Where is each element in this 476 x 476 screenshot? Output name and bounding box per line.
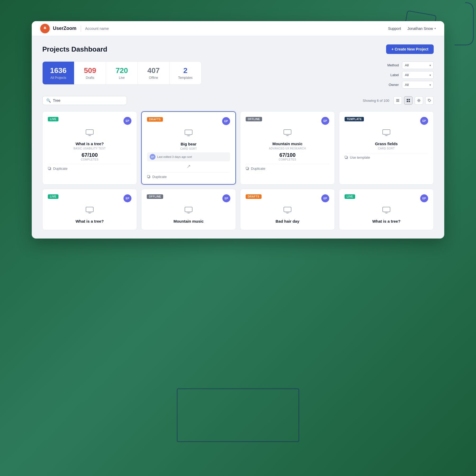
svg-rect-9 [409,99,410,100]
project-card-4[interactable]: LIVE EP What is a tree? [42,189,137,230]
stat-drafts-label: Drafts [82,76,98,80]
svg-rect-5 [396,99,399,100]
card-6-title: Bad hair day [246,219,329,223]
card-0-status-badge: LIVE [48,117,58,121]
project-card-2[interactable]: OFFLINE EP Mountain music ADVANCED UX RE… [240,111,335,185]
header-row: Projects Dashboard + Create New Project [42,44,434,54]
stat-offline-number: 407 [145,66,162,75]
card-0-subtitle: BASIC USABILITY TEST [48,147,131,150]
svg-point-4 [45,27,46,28]
svg-rect-43 [383,207,390,212]
svg-rect-23 [147,175,149,177]
settings-view-button[interactable] [415,96,423,105]
owner-filter-label: Owner [386,83,399,87]
card-0-completes: COMPLETES [48,158,131,161]
logo-text: UserZoom [53,26,76,31]
settings-icon [417,99,421,102]
card-1-top: DRAFTS EP [147,117,230,125]
card-7-icon [345,207,428,216]
card-5-avatar: EP [222,194,230,202]
label-filter-label: Label [386,73,399,77]
svg-rect-45 [384,212,388,213]
label-filter-select[interactable]: All [402,71,434,79]
stat-offline[interactable]: 407 Offline [138,62,170,84]
card-2-duplicate-button[interactable]: Duplicate [246,167,329,171]
stat-drafts[interactable]: 509 Drafts [74,62,106,84]
owner-filter-select[interactable]: All [402,81,434,89]
method-filter-row: Method All [386,61,434,69]
project-card-1[interactable]: DRAFTS EP Big bear CARD SORT EP Last edi… [141,111,236,185]
svg-rect-6 [396,100,399,101]
nav-support-link[interactable]: Support [388,26,401,31]
search-box: 🔍 [42,96,127,105]
card-2-score: 67/100 [246,152,329,158]
svg-rect-10 [407,101,408,102]
svg-rect-40 [284,207,291,212]
card-7-title: What is a tree? [345,219,428,223]
card-4-title: What is a tree? [48,219,131,223]
tag-view-button[interactable] [425,96,434,105]
grid-view-button[interactable] [404,96,413,105]
nav-bar: UserZoom Account name Support Jonathan S… [32,21,444,36]
card-7-status-badge: LIVE [345,194,355,199]
stat-live[interactable]: 720 Live [106,62,138,84]
search-input[interactable] [53,98,123,103]
nav-user-name: Jonathan Snow [407,26,433,31]
card-1-status-badge: DRAFTS [147,117,163,122]
card-0-avatar: EP [123,117,131,125]
owner-filter-wrap: All [402,81,434,89]
stat-live-label: Live [113,76,130,80]
stat-templates[interactable]: 2 Templates [170,62,201,84]
svg-point-3 [44,27,45,28]
project-card-5[interactable]: OFFLINE EP Mountain music [141,189,236,230]
stat-offline-label: Offline [145,76,162,80]
svg-point-13 [429,100,429,100]
card-7-top: LIVE EP [345,194,428,202]
svg-rect-19 [185,130,192,135]
card-1-subtitle: CARD SORT [147,147,230,150]
nav-user-menu[interactable]: Jonathan Snow ▾ [407,26,436,31]
list-view-button[interactable] [393,96,402,105]
card-1-divider [147,172,230,173]
tag-icon [428,99,431,102]
label-filter-wrap: All [402,71,434,79]
card-3-title: Grass fields [345,141,428,146]
svg-rect-8 [407,99,408,100]
owner-filter-row: Owner All [386,81,434,89]
card-3-icon [345,129,428,138]
card-3-top: TEMPLATE EP [345,117,428,125]
card-1-duplicate-button[interactable]: Duplicate [147,175,230,179]
project-card-6[interactable]: DRAFTS EP Bad hair day [240,189,335,230]
card-2-action-label: Duplicate [251,167,265,171]
project-card-7[interactable]: LIVE EP What is a tree? [339,189,434,230]
card-0-duplicate-button[interactable]: Duplicate [48,167,131,171]
label-filter-row: Label All [386,71,434,79]
svg-rect-21 [186,135,191,136]
showing-count-text: Showing 6 of 100 [363,99,389,103]
stat-all-projects[interactable]: 1636 All Projects [43,62,74,84]
card-2-avatar: EP [321,117,329,125]
card-7-avatar: EP [420,194,428,202]
card-4-avatar: EP [123,194,131,202]
list-view-icon [396,99,400,102]
card-0-title: What is a tree? [48,141,131,146]
card-3-use-template-icon [345,156,348,159]
card-3-subtitle: CARD SORT [345,147,428,150]
card-3-action-label: Use template [350,155,370,159]
card-3-use-template-button[interactable]: Use template [345,155,428,159]
account-name: Account name [85,26,109,31]
projects-grid: LIVE EP What is a tree? BASIC USABILITY … [42,111,434,230]
grid-view-icon [406,99,410,102]
project-card-0[interactable]: LIVE EP What is a tree? BASIC USABILITY … [42,111,137,185]
svg-rect-16 [88,135,92,135]
svg-rect-34 [86,207,93,212]
bg-decoration-bottom [175,386,301,444]
method-filter-select[interactable]: All [402,61,434,69]
card-5-icon [147,207,230,216]
create-project-button[interactable]: + Create New Project [386,44,434,54]
svg-rect-28 [246,167,248,169]
stat-all-projects-label: All Projects [50,76,67,80]
project-card-3[interactable]: TEMPLATE EP Grass fields CARD SORT Use t… [339,111,434,185]
card-0-divider [48,164,131,164]
card-1-action-label: Duplicate [152,175,167,179]
